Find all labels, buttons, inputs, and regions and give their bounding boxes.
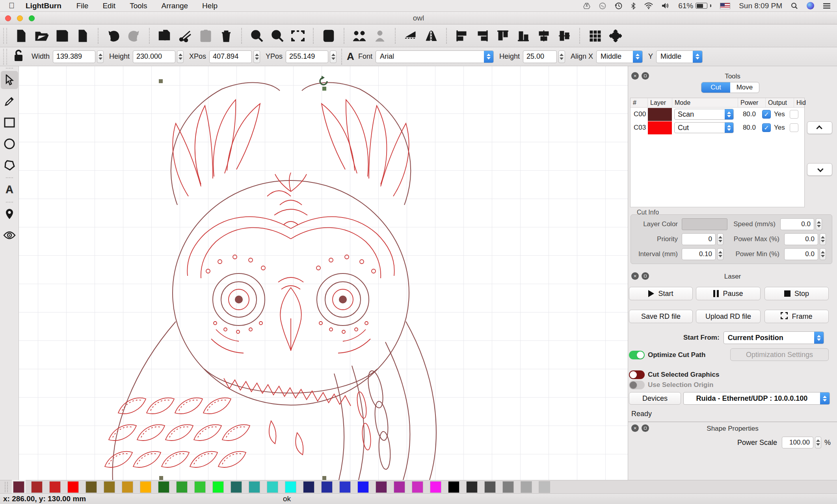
xpos-input[interactable]: 407.894 (209, 50, 252, 63)
power-max-stepper[interactable] (820, 233, 826, 245)
notification-center-icon[interactable] (823, 3, 831, 9)
save-rd-file-button[interactable]: Save RD file (629, 310, 693, 323)
cut-selected-graphics-toggle[interactable] (629, 370, 645, 379)
align-x-select[interactable]: Middle (596, 50, 643, 63)
paste-button[interactable] (195, 28, 216, 44)
hide-checkbox[interactable] (790, 123, 798, 132)
tab-cut[interactable]: Cut (701, 82, 730, 93)
bluetooth-icon[interactable] (631, 2, 636, 9)
palette-swatch-17[interactable] (322, 482, 332, 493)
output-checkbox[interactable]: ✓ (762, 110, 771, 119)
palette-swatch-13[interactable] (249, 482, 260, 493)
height-stepper[interactable] (177, 50, 184, 63)
text-tool[interactable]: A (1, 180, 18, 199)
power-scale-stepper[interactable] (815, 437, 821, 448)
align-right-button[interactable] (472, 28, 493, 44)
ypos-input[interactable]: 255.149 (286, 50, 328, 63)
layer-mode-select[interactable]: Scan (674, 109, 734, 120)
siri-icon[interactable] (807, 2, 814, 9)
selection-handle-bottom-right[interactable] (322, 476, 326, 480)
xpos-stepper[interactable] (253, 50, 260, 63)
start-button[interactable]: Start (629, 287, 693, 300)
start-from-select[interactable]: Current Position (724, 331, 824, 344)
copy-button[interactable] (154, 28, 175, 44)
menu-edit[interactable]: Edit (102, 2, 115, 10)
palette-swatch-10[interactable] (195, 482, 205, 493)
palette-swatch-21[interactable] (394, 482, 405, 493)
menu-arrange[interactable]: Arrange (162, 2, 188, 10)
output-checkbox[interactable]: ✓ (762, 123, 771, 132)
font-height-input[interactable]: 25.00 (523, 50, 557, 63)
speed-stepper[interactable] (816, 218, 822, 230)
palette-swatch-18[interactable] (340, 482, 350, 493)
view-tool[interactable] (1, 226, 18, 244)
wifi-icon[interactable] (644, 2, 653, 9)
palette-swatch-20[interactable] (376, 482, 387, 493)
flip-vertical-button[interactable] (400, 28, 421, 44)
priority-stepper[interactable] (717, 233, 724, 245)
palette-swatch-1[interactable] (32, 482, 42, 493)
layer-mode-select[interactable]: Cut (674, 122, 734, 133)
power-scale-input[interactable]: 100.00 (782, 437, 813, 448)
align-top-button[interactable] (493, 28, 513, 44)
palette-swatch-22[interactable] (412, 482, 423, 493)
palette-drag-handle[interactable] (5, 482, 8, 492)
palette-swatch-14[interactable] (267, 482, 278, 493)
hide-checkbox[interactable] (790, 110, 798, 119)
rectangle-tool[interactable] (1, 113, 18, 132)
time-machine-icon[interactable] (615, 2, 622, 9)
propbar-drag-handle[interactable] (3, 49, 7, 65)
grid-array-button[interactable] (585, 28, 605, 44)
palette-swatch-27[interactable] (503, 482, 513, 493)
lock-icon[interactable] (13, 49, 24, 64)
palette-swatch-7[interactable] (140, 482, 151, 493)
layer-move-up-button[interactable] (807, 121, 832, 134)
palette-swatch-4[interactable] (86, 482, 97, 493)
rotate-handle-icon[interactable] (318, 75, 329, 88)
layer-color-swatch[interactable] (648, 121, 672, 134)
palette-swatch-24[interactable] (448, 482, 459, 493)
power-min-stepper[interactable] (820, 248, 826, 260)
palette-swatch-29[interactable] (539, 482, 550, 493)
power-min-input[interactable]: 0.0 (784, 248, 818, 260)
align-y-select[interactable]: Middle (656, 50, 703, 63)
menubar-clock[interactable]: Sun 8:09 PM (739, 2, 782, 10)
google-drive-icon[interactable] (583, 3, 590, 9)
toolbar-drag-handle[interactable] (3, 28, 7, 44)
save-file-button[interactable] (52, 28, 73, 44)
align-h-center-button[interactable] (554, 28, 575, 44)
align-v-center-button[interactable] (534, 28, 554, 44)
layer-move-down-button[interactable] (807, 163, 832, 176)
palette-swatch-11[interactable] (213, 482, 223, 493)
selection-handle-bottom-left[interactable] (159, 476, 163, 480)
palette-swatch-16[interactable] (303, 482, 314, 493)
priority-input[interactable]: 0 (682, 233, 716, 245)
creative-cloud-icon[interactable] (599, 2, 606, 9)
font-height-stepper[interactable] (558, 50, 565, 63)
palette-swatch-26[interactable] (485, 482, 495, 493)
delete-button[interactable] (216, 28, 236, 44)
interval-input[interactable]: 0.10 (682, 248, 716, 260)
optimize-cut-path-toggle[interactable] (629, 351, 645, 359)
ellipse-tool[interactable] (1, 135, 18, 153)
device-select[interactable]: Ruida - Ethernet/UDP : 10.0.0.100 (683, 392, 830, 405)
spotlight-icon[interactable] (791, 2, 798, 9)
palette-swatch-23[interactable] (430, 482, 441, 493)
redo-button[interactable] (124, 28, 144, 44)
menu-file[interactable]: File (76, 2, 89, 10)
palette-swatch-6[interactable] (122, 482, 133, 493)
cut-button[interactable] (175, 28, 195, 44)
use-selection-origin-toggle[interactable] (629, 381, 645, 389)
power-max-input[interactable]: 0.0 (784, 233, 818, 245)
flip-horizontal-button[interactable] (421, 28, 441, 44)
undo-button[interactable] (103, 28, 124, 44)
zoom-out-button[interactable] (267, 28, 288, 44)
palette-swatch-15[interactable] (285, 482, 296, 493)
palette-swatch-0[interactable] (13, 482, 24, 493)
select-tool[interactable] (1, 71, 18, 89)
pause-button[interactable]: Pause (696, 287, 761, 300)
device-settings-button[interactable] (318, 28, 339, 44)
align-bottom-button[interactable] (513, 28, 534, 44)
apple-menu-icon[interactable]:  (9, 1, 15, 10)
palette-swatch-19[interactable] (358, 482, 368, 493)
